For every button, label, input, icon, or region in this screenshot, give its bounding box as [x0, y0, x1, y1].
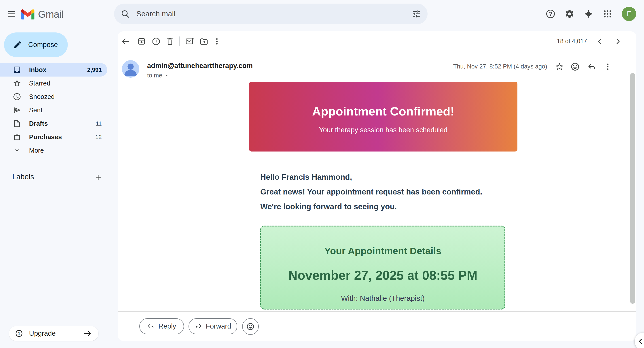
archive-icon [137, 37, 146, 46]
forward-button[interactable]: Forward [188, 318, 237, 334]
more-vert-icon [603, 62, 612, 71]
sidebar-item-inbox[interactable]: Inbox 2,991 [0, 63, 107, 77]
star-button[interactable] [553, 61, 566, 73]
older-button[interactable] [612, 35, 624, 48]
tune-icon [412, 9, 421, 19]
emoji-reaction-button[interactable] [569, 61, 582, 73]
snoozed-icon [12, 92, 22, 101]
toolbar-more-button[interactable] [211, 35, 223, 48]
sidebar-item-label: More [29, 147, 44, 154]
upgrade-label: Upgrade [29, 329, 56, 337]
appointment-details-box: Your Appointment Details November 27, 20… [260, 226, 505, 309]
google-one-icon: 1 [9, 326, 29, 341]
person-icon [122, 60, 139, 78]
sender-email[interactable]: admin@attunehearttherapy.com [147, 62, 253, 70]
sidebar-item-count: 11 [96, 120, 102, 127]
email-line-2: We're looking forward to seeing you. [260, 202, 397, 211]
toolbar-separator [118, 51, 636, 51]
sidebar-item-purchases[interactable]: Purchases 12 [0, 130, 107, 144]
pagination-status: 18 of 4,017 [557, 31, 587, 51]
reply-icon-button[interactable] [586, 61, 598, 73]
drafts-icon [12, 119, 22, 128]
collapse-chevron-icon [637, 337, 644, 345]
add-reaction-button[interactable] [242, 318, 259, 335]
profile-initial: F [627, 10, 631, 18]
more-vert-icon [212, 37, 222, 46]
sidebar-item-label: Sent [29, 107, 42, 114]
search-icon[interactable] [114, 4, 136, 24]
sidebar-item-label: Snoozed [29, 93, 55, 101]
forward-label: Forward [206, 322, 231, 330]
sender-avatar[interactable] [122, 60, 139, 78]
recipient-row[interactable]: to me [147, 72, 168, 79]
back-icon [121, 37, 130, 46]
sidebar-item-label: Starred [29, 80, 50, 87]
back-button[interactable] [120, 35, 132, 48]
profile-avatar[interactable]: F [622, 7, 636, 21]
sidebar-item-snoozed[interactable]: Snoozed [0, 90, 107, 103]
gmail-logo[interactable]: Gmail [21, 8, 63, 21]
gmail-app: Gmail ? [0, 0, 644, 348]
gmail-wordmark: Gmail [38, 9, 63, 20]
compose-button[interactable]: Compose [4, 33, 68, 57]
details-caret-icon[interactable] [164, 74, 168, 78]
compose-label: Compose [28, 41, 58, 49]
apps-grid-icon [603, 9, 612, 19]
sidebar-item-sent[interactable]: Sent [0, 103, 107, 117]
reply-button[interactable]: Reply [139, 318, 184, 334]
email-greeting: Hello Francis Hammond, [260, 173, 352, 181]
toolbar-divider [179, 37, 180, 46]
plus-icon [94, 173, 102, 181]
sidebar-item-label: Drafts [29, 120, 48, 127]
forward-icon [194, 322, 202, 330]
move-to-icon [200, 37, 208, 46]
message-date: Thu, Nov 27, 8:52 PM (4 days ago) [453, 63, 547, 70]
banner-subtitle: Your therapy session has been scheduled [249, 126, 518, 134]
banner-title: Appointment Confirmed! [249, 104, 518, 118]
details-title: Your Appointment Details [261, 245, 504, 256]
sidebar-item-more[interactable]: More [0, 144, 107, 157]
details-therapist: With: Nathalie (Therapist) [261, 294, 504, 302]
labels-header: Labels [12, 170, 34, 184]
starred-icon [12, 79, 22, 88]
mark-unread-button[interactable] [183, 35, 196, 48]
settings-button[interactable] [563, 8, 576, 20]
upgrade-button[interactable]: 1 Upgrade [9, 326, 98, 341]
help-button[interactable]: ? [544, 8, 557, 20]
message-scrollbar[interactable] [630, 73, 635, 304]
prev-icon [596, 37, 604, 46]
search-options-button[interactable] [405, 4, 428, 24]
report-spam-icon [152, 37, 160, 46]
details-datetime: November 27, 2025 at 08:55 PM [261, 268, 504, 283]
compose-pencil-icon [13, 40, 22, 50]
delete-button[interactable] [164, 35, 176, 48]
archive-button[interactable] [135, 35, 148, 48]
mark-unread-icon [185, 37, 194, 46]
hamburger-icon [7, 9, 16, 19]
newer-button[interactable] [594, 35, 606, 48]
main-menu-button[interactable] [5, 7, 18, 21]
create-label-button[interactable] [93, 172, 104, 183]
move-to-button[interactable] [198, 35, 210, 48]
email-line-1: Great news! Your appointment request has… [260, 187, 482, 196]
sent-icon [12, 106, 22, 115]
sidebar-item-drafts[interactable]: Drafts 11 [0, 117, 107, 130]
apps-button[interactable] [601, 8, 614, 20]
gemini-sparkle-icon [584, 9, 594, 19]
message-bottom-separator [118, 311, 636, 312]
sidebar-item-label: Purchases [29, 133, 62, 141]
recipient-label: to me [147, 72, 162, 79]
reply-icon [147, 322, 155, 330]
report-spam-button[interactable] [150, 35, 162, 48]
delete-icon [166, 37, 174, 46]
reply-icon [587, 62, 596, 71]
purchases-icon [12, 133, 22, 141]
gemini-button[interactable] [582, 8, 595, 20]
sidebar-item-starred[interactable]: Starred [0, 77, 107, 90]
email-banner: Appointment Confirmed! Your therapy sess… [249, 82, 518, 152]
search-bar[interactable] [114, 4, 428, 24]
gear-icon [564, 9, 574, 19]
sidebar-item-count: 2,991 [87, 67, 102, 73]
message-more-button[interactable] [602, 61, 614, 73]
search-input[interactable] [136, 10, 405, 18]
